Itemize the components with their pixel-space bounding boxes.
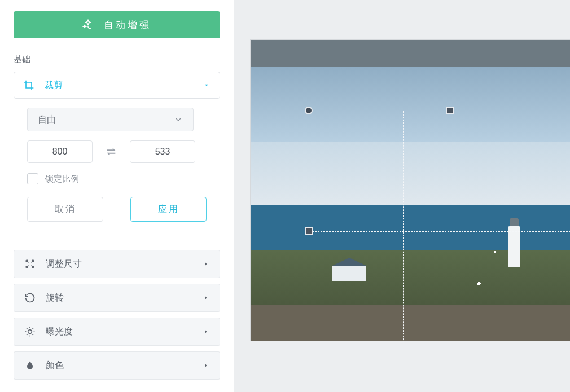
caret-right-icon [203, 261, 209, 267]
crop-height-input[interactable] [130, 140, 195, 163]
crop-grid-line [497, 111, 497, 341]
drop-icon [24, 360, 36, 371]
caret-right-icon [203, 294, 209, 301]
crop-handle-top-left[interactable] [305, 107, 313, 114]
lock-aspect-checkbox[interactable] [27, 173, 38, 184]
tools-list: 调整尺寸 旋转 曝光度 [14, 250, 220, 380]
crop-grid-line [309, 231, 570, 232]
canvas-area[interactable] [234, 0, 570, 392]
caret-right-icon [203, 362, 209, 369]
swap-icon[interactable] [105, 146, 117, 158]
canvas-image[interactable] [250, 39, 570, 341]
apply-button[interactable]: 应用 [130, 197, 207, 222]
crop-tool-dropdown[interactable]: 裁剪 [14, 72, 220, 99]
rotate-label: 旋转 [46, 292, 203, 304]
image-content [332, 266, 366, 281]
crop-width-input[interactable] [27, 140, 93, 163]
svg-point-0 [28, 330, 32, 334]
resize-tool-row[interactable]: 调整尺寸 [14, 250, 220, 278]
magic-wand-icon [82, 19, 94, 30]
crop-overlay[interactable] [309, 111, 570, 341]
section-basic-label: 基础 [14, 54, 220, 65]
resize-icon [24, 258, 36, 270]
image-content [508, 226, 520, 267]
crop-handle-mid-left[interactable] [305, 227, 313, 235]
dimension-row [27, 140, 220, 163]
exposure-tool-row[interactable]: 曝光度 [14, 318, 220, 346]
lock-aspect-row: 锁定比例 [27, 173, 220, 184]
crop-icon [23, 80, 34, 91]
editor-sidebar: 自动增强 基础 裁剪 自由 [0, 0, 234, 392]
auto-enhance-button[interactable]: 自动增强 [14, 11, 220, 38]
crop-mode-value: 自由 [38, 114, 56, 126]
brightness-icon [24, 326, 36, 337]
crop-actions: 取消 应用 [27, 197, 220, 222]
chevron-down-icon [174, 115, 183, 124]
rotate-tool-row[interactable]: 旋转 [14, 284, 220, 312]
color-tool-row[interactable]: 颜色 [14, 351, 220, 380]
crop-grid-line [403, 111, 404, 341]
rotate-icon [24, 292, 36, 303]
crop-mode-select[interactable]: 自由 [27, 108, 194, 131]
crop-tool-label: 裁剪 [45, 80, 203, 91]
auto-enhance-label: 自动增强 [104, 19, 151, 32]
crop-panel: 自由 锁定比例 取消 应用 [14, 99, 220, 235]
caret-right-icon [203, 328, 209, 335]
resize-label: 调整尺寸 [46, 258, 203, 270]
exposure-label: 曝光度 [46, 326, 203, 338]
crop-handle-top-mid[interactable] [446, 107, 454, 114]
cancel-button[interactable]: 取消 [27, 197, 103, 222]
caret-down-icon [203, 81, 211, 89]
color-label: 颜色 [46, 360, 203, 372]
lock-aspect-label: 锁定比例 [45, 174, 79, 184]
